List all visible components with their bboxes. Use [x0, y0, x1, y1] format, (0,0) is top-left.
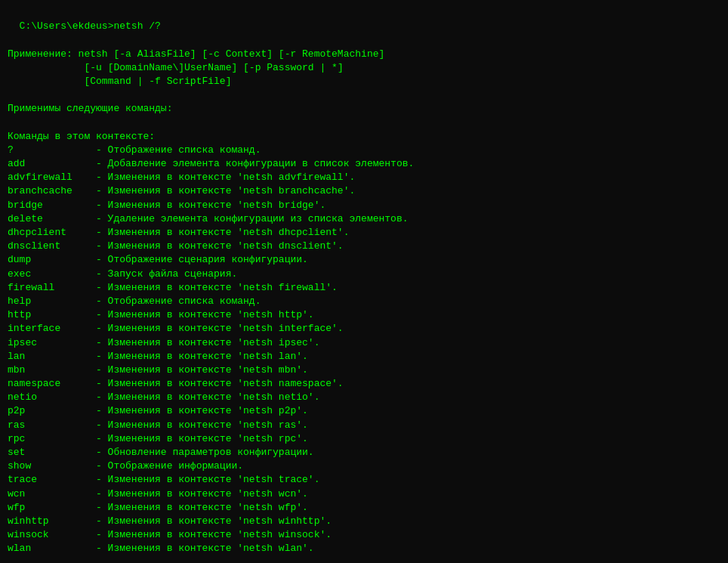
terminal-output: C:\Users\ekdeus>netsh /? — [8, 6, 720, 33]
prompt-line: C:\Users\ekdeus>netsh /? — [20, 20, 161, 32]
terminal-body: Применение: netsh [-a AliasFile] [-c Con… — [8, 33, 720, 563]
